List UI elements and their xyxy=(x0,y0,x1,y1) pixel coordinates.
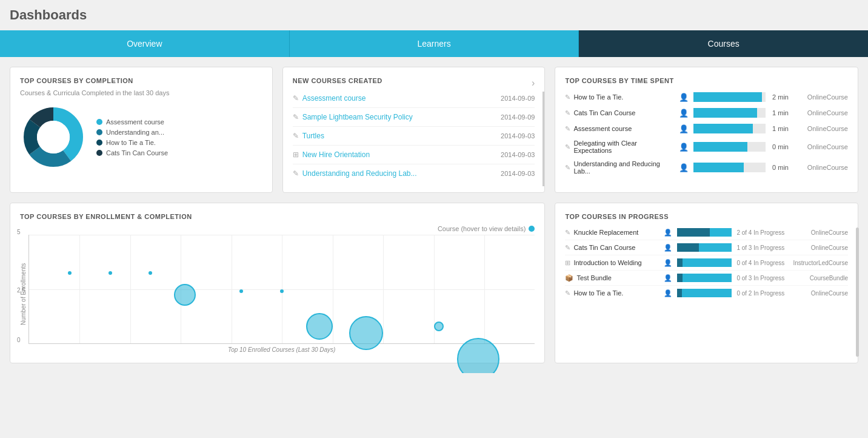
panel-new-courses: NEW COURSES CREATED › ✎ Assessment cours… xyxy=(282,67,546,193)
time-course-1: ✎ How to Tie a Tie. xyxy=(565,93,674,101)
new-courses-list: ✎ Assessment course 2014-09-09 ✎ Sample … xyxy=(293,89,535,183)
donut-section: Assessment course Understanding an... Ho… xyxy=(20,104,262,170)
time-label-3: 1 min xyxy=(770,125,789,132)
time-bar-5 xyxy=(693,163,744,172)
enrollment-title: TOP COURSES BY ENROLLMENT & COMPLETION xyxy=(20,213,535,220)
time-bar-wrap-1 xyxy=(693,92,766,102)
list-item: ✎ Understanding and Reducing Lab... 2014… xyxy=(293,164,535,183)
time-bar-1 xyxy=(693,92,762,102)
bubble-1 xyxy=(174,284,196,306)
prog-name-3: ⊞ Introduction to Welding xyxy=(565,259,659,267)
bubble-chart: Course (hover to view details) Number of… xyxy=(20,225,535,353)
person-icon: 👤 xyxy=(664,259,672,267)
time-spent-list: ✎ How to Tie a Tie. 👤 2 min OnlineCourse… xyxy=(565,89,848,178)
progress-list: ✎ Knuckle Replacement 👤 2 of 4 In Progre… xyxy=(565,225,848,300)
completion-title: TOP COURSES BY COMPLETION xyxy=(20,77,262,84)
person-icon: 👤 xyxy=(664,274,672,282)
prog-type-5: OnlineCourse xyxy=(793,290,848,297)
prog-name-5: ✎ How to Tie a Tie. xyxy=(565,289,659,297)
prog-bar-done-5 xyxy=(677,289,681,297)
prog-bar-wrap-3 xyxy=(677,258,732,267)
legend-dot-4 xyxy=(96,150,102,156)
prog-status-3: 0 of 4 In Progress xyxy=(736,260,788,266)
bubble-3 xyxy=(349,316,383,350)
time-item-4: ✎ Delegating with Clear Expectations 👤 0… xyxy=(565,136,848,157)
course-name-4[interactable]: ⊞ New Hire Orientation xyxy=(293,150,370,159)
person-icon: 👤 xyxy=(679,124,689,133)
legend-item-1: Assessment course xyxy=(96,118,168,126)
course-name-2[interactable]: ✎ Sample Lightbeam Security Policy xyxy=(293,113,413,121)
course-date-2: 2014-09-09 xyxy=(501,113,535,121)
time-course-5: ✎ Understanding and Reducing Lab... xyxy=(565,160,674,175)
dashboard-content: TOP COURSES BY COMPLETION Courses & Curr… xyxy=(0,57,868,373)
course-date-5: 2014-09-03 xyxy=(501,170,535,177)
tab-overview[interactable]: Overview xyxy=(0,30,290,57)
tab-courses[interactable]: Courses xyxy=(579,30,868,57)
edit-icon: ✎ xyxy=(565,109,570,117)
chevron-right-icon[interactable]: › xyxy=(532,78,535,89)
list-item: ⊞ New Hire Orientation 2014-09-03 xyxy=(293,146,535,164)
edit-icon: ✎ xyxy=(565,93,570,101)
course-date-3: 2014-09-03 xyxy=(501,132,535,140)
edit-icon: ✎ xyxy=(565,143,570,151)
course-name-1[interactable]: ✎ Assessment course xyxy=(293,94,366,103)
type-label-4: OnlineCourse xyxy=(793,143,848,150)
time-label-2: 1 min xyxy=(770,109,789,116)
time-spent-title: TOP COURSES BY TIME SPENT xyxy=(565,77,848,84)
prog-name-2: ✎ Cats Tin Can Course xyxy=(565,244,659,252)
bubble-dot-2 xyxy=(109,271,112,275)
prog-bar-wrap-2 xyxy=(677,243,732,252)
bubble-dot-3 xyxy=(149,271,152,275)
course-icon-3: ⊞ xyxy=(565,259,570,267)
prog-type-3: InstructorLedCourse xyxy=(793,260,848,266)
bubble-4 xyxy=(434,322,444,331)
time-bar-3 xyxy=(693,124,752,133)
prog-bar-wrap-5 xyxy=(677,289,732,297)
time-item-5: ✎ Understanding and Reducing Lab... 👤 0 … xyxy=(565,157,848,178)
type-label-3: OnlineCourse xyxy=(793,125,848,132)
new-courses-title: NEW COURSES CREATED xyxy=(293,77,382,84)
edit-icon: ✎ xyxy=(565,125,570,133)
scrollbar[interactable] xyxy=(541,92,544,186)
time-bar-2 xyxy=(693,108,756,118)
legend-label-3: How to Tie a Tie. xyxy=(106,139,156,146)
legend-bubble-dot xyxy=(529,226,535,232)
course-name-5[interactable]: ✎ Understanding and Reducing Lab... xyxy=(293,169,417,178)
type-label-1: OnlineCourse xyxy=(793,93,848,101)
chart-grid: 5 2.5 0 xyxy=(28,235,535,344)
chart-inner: 5 2.5 0 xyxy=(28,235,535,353)
person-icon: 👤 xyxy=(679,143,689,152)
progress-item-1: ✎ Knuckle Replacement 👤 2 of 4 In Progre… xyxy=(565,225,848,240)
panel-scrollbar[interactable] xyxy=(856,227,859,357)
prog-status-5: 0 of 2 In Progress xyxy=(736,290,788,297)
list-item: ✎ Turtles 2014-09-03 xyxy=(293,127,535,146)
legend-item-2: Understanding an... xyxy=(96,129,168,136)
course-date-1: 2014-09-09 xyxy=(501,95,535,102)
person-icon: 👤 xyxy=(679,93,689,102)
prog-status-1: 2 of 4 In Progress xyxy=(736,229,788,236)
edit-icon: ✎ xyxy=(565,164,570,172)
person-icon: 👤 xyxy=(679,163,689,172)
progress-item-3: ⊞ Introduction to Welding 👤 0 of 4 In Pr… xyxy=(565,255,848,271)
list-item: ✎ Assessment course 2014-09-09 xyxy=(293,89,535,108)
bubble-dot-4 xyxy=(239,289,243,293)
legend-item-4: Cats Tin Can Course xyxy=(96,149,168,157)
course-name-3[interactable]: ✎ Turtles xyxy=(293,132,324,140)
time-course-2: ✎ Cats Tin Can Course xyxy=(565,109,674,117)
chart-area: Number of Enrollments 5 2.5 0 xyxy=(20,235,535,353)
tab-learners[interactable]: Learners xyxy=(290,30,579,57)
bubble-2 xyxy=(306,313,333,340)
time-item-2: ✎ Cats Tin Can Course 👤 1 min OnlineCour… xyxy=(565,105,848,121)
page-header: Dashboards xyxy=(0,0,868,30)
tab-bar: Overview Learners Courses xyxy=(0,30,868,57)
progress-item-2: ✎ Cats Tin Can Course 👤 1 of 3 In Progre… xyxy=(565,240,848,255)
course-icon-5: ✎ xyxy=(565,289,570,297)
prog-status-4: 0 of 3 In Progress xyxy=(736,275,788,281)
prog-bar-done-4 xyxy=(677,274,683,282)
edit-icon-2: ✎ xyxy=(293,113,299,121)
type-label-5: OnlineCourse xyxy=(793,164,848,171)
panel-enrollment: TOP COURSES BY ENROLLMENT & COMPLETION C… xyxy=(10,203,545,363)
hierarchy-icon-4: ⊞ xyxy=(293,150,299,159)
legend-label-2: Understanding an... xyxy=(106,129,164,136)
donut-chart xyxy=(20,104,87,170)
